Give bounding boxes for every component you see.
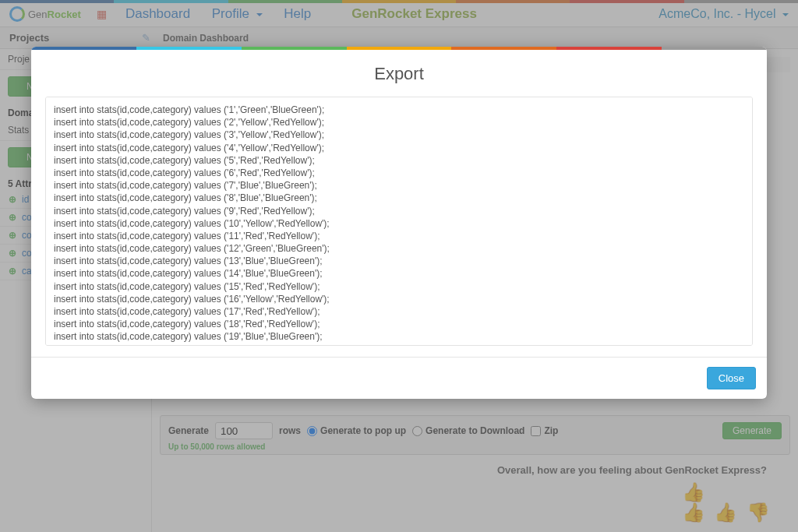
export-line: insert into stats(id,code,category) valu…	[54, 318, 744, 330]
export-line: insert into stats(id,code,category) valu…	[54, 293, 744, 305]
export-line: insert into stats(id,code,category) valu…	[54, 167, 744, 179]
modal-footer: Close	[31, 357, 767, 399]
export-line: insert into stats(id,code,category) valu…	[54, 104, 744, 116]
export-line: insert into stats(id,code,category) valu…	[54, 129, 744, 141]
export-line: insert into stats(id,code,category) valu…	[54, 142, 744, 154]
export-line: insert into stats(id,code,category) valu…	[54, 230, 744, 242]
export-line: insert into stats(id,code,category) valu…	[54, 205, 744, 217]
export-modal: Export insert into stats(id,code,categor…	[31, 47, 767, 399]
modal-overlay[interactable]: Export insert into stats(id,code,categor…	[0, 0, 798, 532]
export-line: insert into stats(id,code,category) valu…	[54, 344, 744, 346]
export-line: insert into stats(id,code,category) valu…	[54, 154, 744, 167]
export-textarea[interactable]: insert into stats(id,code,category) valu…	[45, 97, 753, 346]
modal-rainbow	[31, 47, 767, 50]
export-line: insert into stats(id,code,category) valu…	[54, 255, 744, 267]
export-line: insert into stats(id,code,category) valu…	[54, 280, 744, 293]
export-line: insert into stats(id,code,category) valu…	[54, 217, 744, 230]
close-button[interactable]: Close	[707, 367, 756, 389]
export-line: insert into stats(id,code,category) valu…	[54, 242, 744, 255]
export-line: insert into stats(id,code,category) valu…	[54, 192, 744, 204]
export-line: insert into stats(id,code,category) valu…	[54, 116, 744, 129]
export-line: insert into stats(id,code,category) valu…	[54, 267, 744, 280]
export-line: insert into stats(id,code,category) valu…	[54, 330, 744, 343]
modal-title: Export	[31, 50, 767, 90]
export-line: insert into stats(id,code,category) valu…	[54, 305, 744, 318]
export-line: insert into stats(id,code,category) valu…	[54, 179, 744, 192]
